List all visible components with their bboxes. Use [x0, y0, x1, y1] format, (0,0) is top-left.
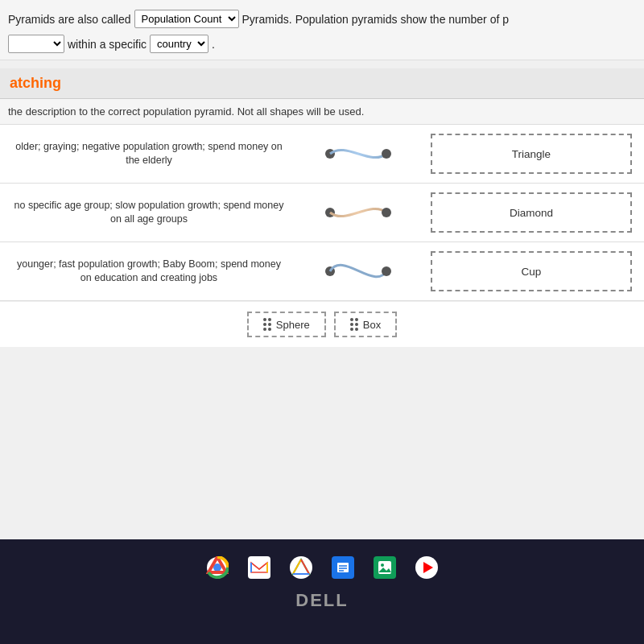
- svg-point-3: [382, 208, 391, 217]
- content-area: Pyramids are also called Population Coun…: [0, 0, 644, 539]
- left-description-3: younger; fast population growth; Baby Bo…: [0, 250, 298, 294]
- taskbar-icons: [201, 551, 443, 584]
- taskbar: DELL: [0, 539, 644, 644]
- line2: male female within a specific country re…: [8, 35, 636, 53]
- drag-icon-sphere: [263, 318, 271, 331]
- table-row: no specific age group; slow population g…: [0, 184, 644, 242]
- right-shape-1: Triangle: [419, 130, 644, 177]
- gallery-icon[interactable]: [369, 551, 401, 584]
- screen: Pyramids are also called Population Coun…: [0, 0, 644, 644]
- svg-point-23: [381, 564, 384, 567]
- connector-2: [298, 184, 419, 242]
- gmail-icon[interactable]: [243, 551, 275, 584]
- dropdown-pyramid-type[interactable]: Population Count Age-Sex Gender: [134, 10, 239, 28]
- connector-svg-3: [322, 242, 394, 300]
- connector-svg-2: [322, 184, 394, 242]
- table-row: younger; fast population growth; Baby Bo…: [0, 242, 644, 301]
- left-description-1: older; graying; negative population grow…: [0, 132, 298, 176]
- dell-brand: DELL: [295, 590, 348, 611]
- drag-icon-box: [350, 318, 358, 331]
- dropdown-gender[interactable]: male female: [8, 35, 64, 53]
- line2-period: .: [212, 38, 215, 51]
- line1-prefix: Pyramids are also called: [8, 13, 131, 26]
- files-icon[interactable]: [327, 551, 359, 584]
- instruction-text: the description to the correct populatio…: [0, 99, 644, 125]
- section-label: atching: [0, 68, 644, 99]
- svg-point-1: [382, 149, 391, 159]
- shape-box-cup: Cup: [431, 251, 633, 291]
- sphere-label: Sphere: [276, 319, 310, 331]
- unused-shapes-area: Sphere Box: [0, 301, 644, 347]
- chrome-icon[interactable]: [201, 551, 233, 584]
- line1-suffix: Pyramids. Population pyramids show the n…: [242, 13, 510, 26]
- shape-box-diamond: Diamond: [431, 192, 633, 233]
- line1: Pyramids are also called Population Coun…: [8, 10, 636, 28]
- table-row: older; graying; negative population grow…: [0, 125, 644, 184]
- right-shape-3: Cup: [419, 248, 644, 295]
- svg-point-5: [382, 266, 391, 276]
- shape-sphere[interactable]: Sphere: [247, 312, 326, 337]
- left-description-2: no specific age group; slow population g…: [0, 191, 298, 235]
- connector-3: [298, 242, 419, 300]
- play-icon[interactable]: [411, 551, 443, 584]
- connector-svg-1: [322, 125, 394, 183]
- connector-1: [298, 125, 419, 183]
- matching-container: older; graying; negative population grow…: [0, 125, 644, 301]
- box-label: Box: [363, 319, 381, 331]
- shape-box-triangle: Triangle: [431, 134, 633, 174]
- shape-box[interactable]: Box: [334, 312, 397, 337]
- section-label-text: atching: [10, 75, 61, 91]
- right-shape-2: Diamond: [419, 189, 644, 236]
- top-section: Pyramids are also called Population Coun…: [0, 0, 644, 60]
- line2-middle: within a specific: [68, 38, 147, 51]
- dropdown-location[interactable]: country region city: [150, 35, 208, 53]
- drive-icon[interactable]: [285, 551, 317, 584]
